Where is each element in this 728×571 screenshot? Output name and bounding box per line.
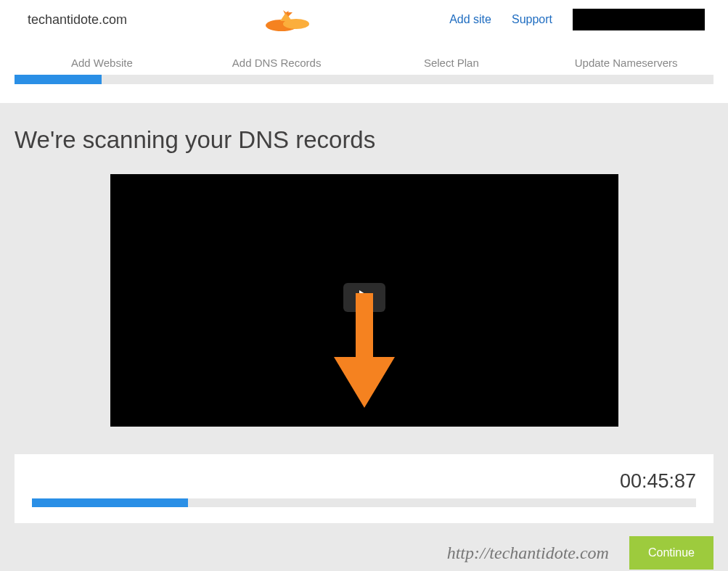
account-menu[interactable]: [573, 9, 705, 30]
intro-video: [110, 174, 618, 427]
page-title: We're scanning your DNS records: [15, 126, 713, 154]
site-name: techantidote.com: [28, 12, 127, 28]
step-update-nameservers: Update Nameservers: [539, 57, 713, 69]
wizard-steps: Add Website Add DNS Records Select Plan …: [0, 39, 728, 84]
wizard-progress-track: [15, 75, 713, 84]
footer-row: http://techantidote.com Continue: [15, 536, 713, 570]
top-header: techantidote.com Add site Support: [0, 0, 728, 39]
step-select-plan: Select Plan: [364, 57, 539, 69]
watermark-text: http://techantidote.com: [447, 543, 609, 563]
main-panel: We're scanning your DNS records 00:45:87…: [0, 103, 728, 571]
wizard-progress-fill: [15, 75, 102, 84]
logo-wrap: [127, 8, 449, 31]
svg-marker-3: [334, 357, 395, 408]
scan-progress-fill: [32, 498, 188, 507]
scan-progress-panel: 00:45:87: [15, 454, 713, 523]
add-site-link[interactable]: Add site: [449, 13, 491, 26]
scan-progress-track: [32, 498, 696, 507]
scan-timer-row: 00:45:87: [32, 470, 696, 493]
step-add-dns-records: Add DNS Records: [189, 57, 364, 69]
wizard-steps-labels: Add Website Add DNS Records Select Plan …: [0, 57, 728, 75]
scan-timer: 00:45:87: [620, 470, 696, 493]
continue-button[interactable]: Continue: [629, 536, 713, 570]
arrow-down-icon: [334, 293, 395, 409]
step-add-website: Add Website: [15, 57, 189, 69]
svg-rect-2: [356, 293, 373, 361]
cloudflare-logo-icon: [264, 8, 312, 31]
support-link[interactable]: Support: [512, 13, 552, 26]
header-right: Add site Support: [449, 9, 705, 30]
